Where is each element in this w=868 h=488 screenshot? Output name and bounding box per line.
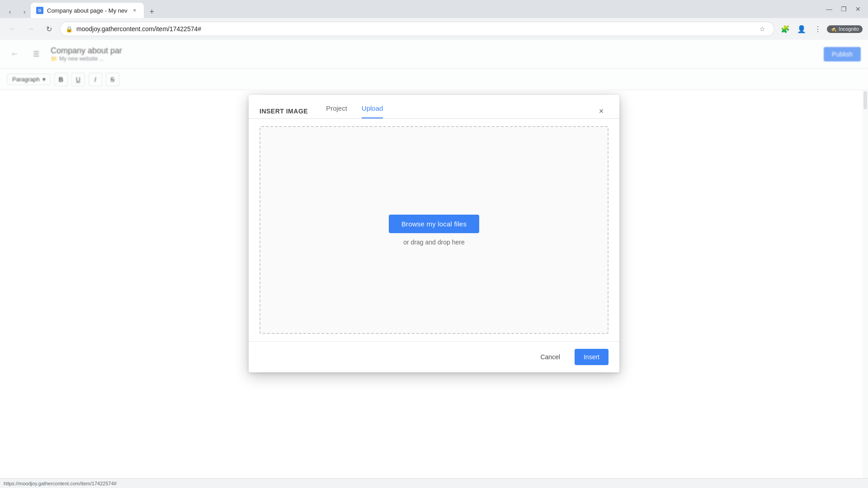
- chevron-down-icon: ▾: [42, 76, 46, 83]
- modal-body: Browse my local files or drag and drop h…: [249, 119, 619, 341]
- address-bar: ← → ↻ 🔒 ☆ 🧩 👤 ⋮ 🕵️ Incognito: [0, 18, 868, 40]
- modal-header: INSERT IMAGE Project Upload ×: [249, 95, 619, 118]
- breadcrumb-text: My new website ...: [59, 56, 104, 62]
- app-header: ← ☰ Company about par 📁 My new website .…: [0, 40, 868, 69]
- tab-close-button[interactable]: ×: [131, 7, 138, 14]
- browse-files-button[interactable]: Browse my local files: [389, 215, 479, 233]
- folder-icon: 📁: [51, 56, 57, 62]
- nav-back-button[interactable]: ←: [5, 22, 20, 36]
- modal-close-button[interactable]: ×: [594, 104, 609, 118]
- tab-upload[interactable]: Upload: [362, 104, 383, 118]
- window-controls: — ❐ ✕: [823, 3, 864, 18]
- tab-nav-back[interactable]: ‹: [4, 5, 16, 18]
- tab-bar: ‹ › G Company about page - My nev × + — …: [0, 0, 868, 18]
- active-tab[interactable]: G Company about page - My nev ×: [31, 3, 144, 18]
- header-right: Publish: [824, 47, 861, 61]
- page-title: Company about par: [51, 46, 122, 56]
- modal-footer: Cancel Insert: [249, 341, 619, 372]
- address-input[interactable]: [76, 25, 752, 33]
- cancel-button[interactable]: Cancel: [531, 349, 569, 365]
- nav-forward-button[interactable]: →: [24, 22, 38, 36]
- italic-button[interactable]: I: [89, 73, 102, 86]
- breadcrumb: 📁 My new website ...: [51, 56, 122, 62]
- upload-drop-zone[interactable]: Browse my local files or drag and drop h…: [259, 126, 609, 334]
- page-title-section: Company about par 📁 My new website ...: [51, 46, 122, 62]
- lock-icon: 🔒: [66, 26, 73, 33]
- status-url: https://moodjoy.gathercontent.com/item/1…: [4, 481, 117, 486]
- editor-area: INSERT IMAGE Project Upload × Browse my …: [0, 90, 868, 478]
- profile-button[interactable]: 👤: [794, 22, 809, 36]
- maximize-button[interactable]: ❐: [837, 3, 850, 15]
- modal-title: INSERT IMAGE: [259, 108, 308, 115]
- tab-nav-forward[interactable]: ›: [18, 5, 31, 18]
- underline-button[interactable]: U: [71, 73, 85, 86]
- modal-tabs: Project Upload: [326, 104, 576, 118]
- bookmark-icon[interactable]: ☆: [756, 23, 769, 35]
- hamburger-menu-button[interactable]: ☰: [29, 47, 43, 61]
- new-tab-button[interactable]: +: [146, 5, 158, 18]
- insert-image-modal: INSERT IMAGE Project Upload × Browse my …: [249, 95, 619, 372]
- status-bar: https://moodjoy.gathercontent.com/item/1…: [0, 478, 868, 488]
- close-button[interactable]: ✕: [852, 3, 864, 15]
- nav-refresh-button[interactable]: ↻: [42, 22, 56, 36]
- settings-button[interactable]: ⋮: [811, 22, 825, 36]
- modal-overlay: INSERT IMAGE Project Upload × Browse my …: [0, 90, 868, 478]
- address-bar-input-wrap[interactable]: 🔒 ☆: [60, 22, 774, 36]
- incognito-icon: 🕵️: [830, 26, 837, 32]
- page-content: ← ☰ Company about par 📁 My new website .…: [0, 40, 868, 488]
- incognito-badge: 🕵️ Incognito: [827, 25, 863, 33]
- browser-toolbar-right: 🧩 👤 ⋮ 🕵️ Incognito: [778, 22, 863, 36]
- tab-project[interactable]: Project: [326, 104, 347, 118]
- insert-button[interactable]: Insert: [575, 349, 609, 365]
- incognito-label: Incognito: [839, 26, 859, 32]
- strikethrough-button[interactable]: S: [106, 73, 119, 86]
- extensions-button[interactable]: 🧩: [778, 22, 793, 36]
- minimize-button[interactable]: —: [823, 3, 835, 15]
- browser-frame: ‹ › G Company about page - My nev × + — …: [0, 0, 868, 488]
- bold-button[interactable]: B: [54, 73, 68, 86]
- paragraph-label: Paragraph: [12, 76, 40, 83]
- address-right-icons: ☆: [756, 23, 769, 35]
- tab-favicon: G: [36, 7, 43, 14]
- publish-button[interactable]: Publish: [824, 47, 861, 61]
- back-button[interactable]: ←: [7, 47, 22, 61]
- paragraph-selector[interactable]: Paragraph ▾: [7, 74, 51, 85]
- tab-title: Company about page - My nev: [47, 7, 127, 14]
- drag-drop-text: or drag and drop here: [403, 239, 464, 246]
- editor-toolbar: Paragraph ▾ B U I S: [0, 69, 868, 90]
